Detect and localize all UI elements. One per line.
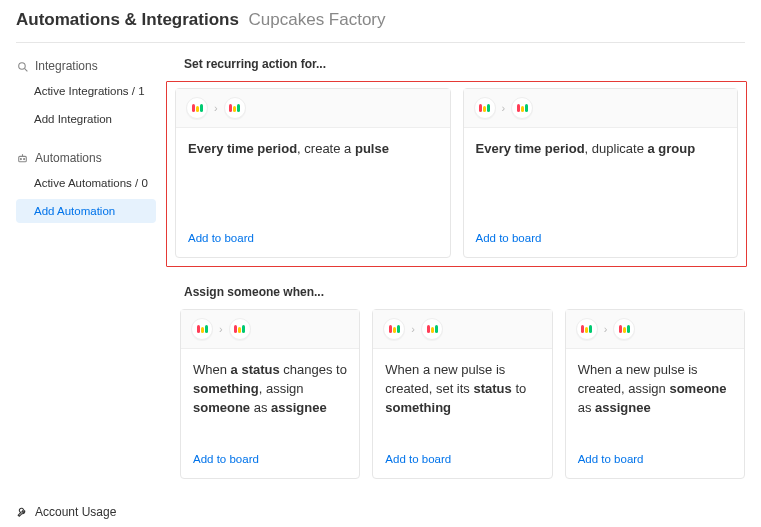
- automation-card-new-pulse-assign[interactable]: › When a new pulse is created, assign so…: [565, 309, 745, 479]
- sidebar-section-label: Integrations: [35, 59, 98, 73]
- card-header: ›: [373, 310, 551, 349]
- robot-icon: [16, 152, 29, 165]
- plug-icon: [16, 60, 29, 73]
- chevron-right-icon: ›: [219, 323, 223, 335]
- card-description: Every time period, duplicate a group: [464, 128, 738, 224]
- svg-point-4: [24, 158, 25, 159]
- automation-card-status-assign[interactable]: › When a status changes to something, as…: [180, 309, 360, 479]
- page-header: Automations & Integrations Cupcakes Fact…: [0, 0, 761, 42]
- automation-card-new-pulse-status[interactable]: › When a new pulse is created, set its s…: [372, 309, 552, 479]
- monday-icon: [576, 318, 598, 340]
- sidebar-item-add-integration[interactable]: Add Integration: [16, 107, 156, 131]
- sidebar-item-label: Account Usage: [35, 505, 116, 519]
- monday-icon: [511, 97, 533, 119]
- card-header: ›: [566, 310, 744, 349]
- svg-line-1: [25, 68, 28, 71]
- wrench-icon: [16, 506, 29, 519]
- card-description: Every time period, create a pulse: [176, 128, 450, 224]
- monday-icon: [383, 318, 405, 340]
- monday-icon: [191, 318, 213, 340]
- automation-card-create-pulse[interactable]: › Every time period, create a pulse Add …: [175, 88, 451, 258]
- sidebar-section-label: Automations: [35, 151, 102, 165]
- monday-icon: [224, 97, 246, 119]
- svg-point-3: [20, 158, 21, 159]
- chevron-right-icon: ›: [502, 102, 506, 114]
- add-to-board-link[interactable]: Add to board: [188, 232, 254, 244]
- monday-icon: [613, 318, 635, 340]
- chevron-right-icon: ›: [411, 323, 415, 335]
- add-to-board-link[interactable]: Add to board: [476, 232, 542, 244]
- main-content: Set recurring action for... › Every time…: [156, 43, 761, 527]
- page-subtitle: Cupcakes Factory: [249, 10, 386, 29]
- svg-point-0: [19, 62, 25, 69]
- add-to-board-link[interactable]: Add to board: [385, 453, 451, 465]
- sidebar: Integrations Active Integrations / 1 Add…: [0, 43, 156, 527]
- monday-icon: [474, 97, 496, 119]
- monday-icon: [186, 97, 208, 119]
- sidebar-item-active-integrations[interactable]: Active Integrations / 1: [16, 79, 156, 103]
- card-description: When a status changes to something, assi…: [181, 349, 359, 445]
- card-description: When a new pulse is created, set its sta…: [373, 349, 551, 445]
- page-title: Automations & Integrations: [16, 10, 239, 29]
- highlight-box: › Every time period, create a pulse Add …: [166, 81, 747, 267]
- card-header: ›: [181, 310, 359, 349]
- card-header: ›: [464, 89, 738, 128]
- card-header: ›: [176, 89, 450, 128]
- add-to-board-link[interactable]: Add to board: [193, 453, 259, 465]
- monday-icon: [229, 318, 251, 340]
- sidebar-section-automations[interactable]: Automations: [16, 147, 156, 169]
- sidebar-item-add-automation[interactable]: Add Automation: [16, 199, 156, 223]
- sidebar-section-integrations[interactable]: Integrations: [16, 55, 156, 77]
- sidebar-item-account-usage[interactable]: Account Usage: [16, 505, 116, 519]
- section-title-recurring: Set recurring action for...: [184, 57, 747, 71]
- section-title-assign: Assign someone when...: [184, 285, 747, 299]
- automation-card-duplicate-group[interactable]: › Every time period, duplicate a group A…: [463, 88, 739, 258]
- monday-icon: [421, 318, 443, 340]
- chevron-right-icon: ›: [214, 102, 218, 114]
- card-description: When a new pulse is created, assign some…: [566, 349, 744, 445]
- chevron-right-icon: ›: [604, 323, 608, 335]
- add-to-board-link[interactable]: Add to board: [578, 453, 644, 465]
- sidebar-item-active-automations[interactable]: Active Automations / 0: [16, 171, 156, 195]
